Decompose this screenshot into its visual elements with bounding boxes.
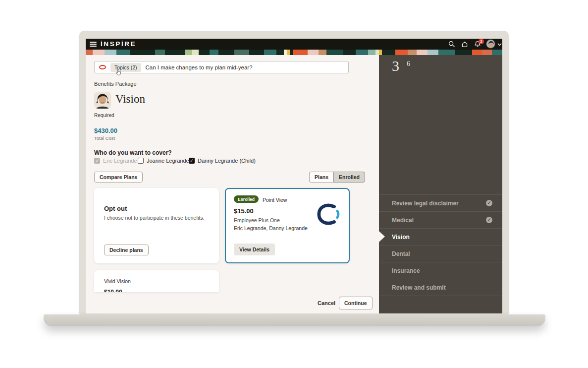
- main-content: Topics (2) Can I make changes to my plan…: [86, 55, 379, 313]
- step-divider: [403, 60, 403, 71]
- total-cost-label: Total Cost: [94, 135, 115, 141]
- plans-enrolled-toggle: Plans Enrolled: [309, 172, 365, 183]
- compare-plans-button[interactable]: Compare Plans: [94, 172, 143, 183]
- benefits-package-label: Benefits Package: [94, 81, 137, 87]
- enrollment-steps-sidebar: 3 6 Review legal disclaimer ✓ Medical ✓ …: [379, 55, 502, 313]
- top-navigation-bar: İNSPİRE 2: [86, 39, 502, 50]
- step-total: 6: [407, 60, 410, 68]
- toggle-plans[interactable]: Plans: [309, 172, 333, 183]
- opt-out-title: Opt out: [104, 205, 127, 212]
- checkbox-eric-legrande[interactable]: ✓ Eric Legrande: [94, 158, 137, 164]
- cover-options: ✓ Eric Legrande Joanne Legrande ✓ Danny …: [94, 158, 372, 165]
- opt-out-card: Opt out I choose not to participate in t…: [94, 188, 219, 263]
- option-label: Eric Legrande: [103, 158, 137, 164]
- point-view-logo-icon: [316, 203, 341, 226]
- search-query-text: Can I make changes to my plan mid-year?: [146, 64, 253, 70]
- steps-list: Review legal disclaimer ✓ Medical ✓ Visi…: [379, 194, 502, 296]
- notification-badge: 2: [479, 39, 484, 44]
- continue-button[interactable]: Continue: [339, 297, 373, 309]
- page-title: Vision: [115, 93, 145, 106]
- sidebar-item-review-and-submit[interactable]: Review and submit: [379, 279, 502, 296]
- search-icon[interactable]: [448, 41, 455, 48]
- checkbox-unchecked-icon: [138, 158, 144, 164]
- vivid-vision-card[interactable]: Vivid Vision $10.00: [94, 270, 219, 292]
- plan-members: Eric Legrande, Danny Legrande: [234, 225, 308, 231]
- check-circle-icon: ✓: [486, 200, 492, 206]
- checkbox-danny-legrande[interactable]: ✓ Danny Legrande (Child): [189, 158, 256, 164]
- plan-name: Vivid Vision: [104, 278, 131, 284]
- plan-avatar: [94, 92, 111, 109]
- checkbox-checked-disabled-icon: ✓: [94, 158, 100, 164]
- enrolled-badge: Enrolled: [234, 195, 259, 203]
- step-current: 3: [392, 59, 399, 73]
- sidebar-item-review-legal-disclaimer[interactable]: Review legal disclaimer ✓: [379, 194, 502, 211]
- plan-price-partial: $10.00: [104, 289, 122, 292]
- menu-icon[interactable]: [90, 42, 97, 47]
- plan-price: $15.00: [234, 207, 254, 215]
- avatar[interactable]: [486, 39, 495, 49]
- plan-tier: Employee Plus One: [234, 217, 280, 223]
- step-indicator: 3 6: [392, 59, 410, 73]
- option-label: Danny Legrande (Child): [198, 158, 256, 164]
- view-details-button[interactable]: View Details: [234, 244, 275, 255]
- app-screen: İNSPİRE 2: [86, 39, 502, 313]
- required-label: Required: [94, 113, 114, 118]
- plan-name: Point View: [263, 197, 287, 203]
- mouse-cursor-icon: [115, 68, 121, 75]
- cover-question: Who do you want to cover?: [94, 149, 172, 156]
- chevron-down-icon[interactable]: [497, 42, 502, 47]
- laptop-mockup: İNSPİRE 2: [0, 0, 588, 368]
- sidebar-item-dental[interactable]: Dental: [379, 245, 502, 262]
- app-logo: İNSPİRE: [101, 40, 136, 48]
- laptop-base: [44, 314, 545, 326]
- checkbox-joanne-legrande[interactable]: Joanne Legrande: [138, 158, 189, 164]
- home-icon[interactable]: [461, 41, 468, 48]
- sidebar-item-medical[interactable]: Medical ✓: [379, 211, 502, 228]
- cancel-button[interactable]: Cancel: [318, 300, 335, 306]
- sidebar-item-vision[interactable]: Vision: [379, 228, 502, 245]
- option-label: Joanne Legrande: [147, 158, 189, 164]
- total-cost-value: $430.00: [94, 127, 117, 134]
- search-input[interactable]: Topics (2) Can I make changes to my plan…: [94, 61, 349, 73]
- opt-out-description: I choose not to participate in these ben…: [104, 215, 205, 221]
- oracle-logo-icon: [99, 65, 106, 69]
- sidebar-item-insurance[interactable]: Insurance: [379, 262, 502, 279]
- decline-plans-button[interactable]: Decline plans: [104, 245, 149, 255]
- active-step-arrow: [379, 231, 385, 242]
- decorative-banner: [86, 50, 502, 55]
- toggle-enrolled[interactable]: Enrolled: [333, 172, 365, 183]
- checkbox-checked-icon: ✓: [189, 158, 195, 164]
- check-circle-icon: ✓: [486, 217, 492, 223]
- enrolled-plan-card: Enrolled Point View $15.00 Employee Plus…: [225, 188, 350, 263]
